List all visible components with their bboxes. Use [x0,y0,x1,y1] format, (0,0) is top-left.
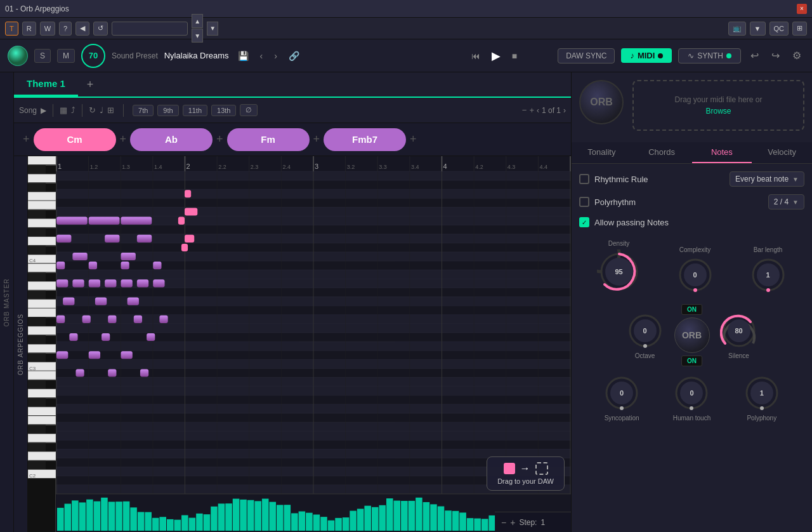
orb-inner-button[interactable]: ORB [674,317,710,353]
polyphony-knob[interactable]: 1 [743,374,781,412]
chord-ab[interactable]: Ab [130,128,213,151]
human-touch-knob[interactable]: 0 [672,374,710,412]
interval-9th-button[interactable]: 9th [157,105,178,116]
svg-point-8 [766,288,770,292]
toolbar-refresh-button[interactable]: ↺ [93,22,108,36]
chord-add-end[interactable]: + [406,133,421,146]
synth-wave-icon: ∿ [688,51,694,60]
rhythmic-rule-dropdown[interactable]: Every beat note ▼ [730,171,804,187]
tab-chords[interactable]: Chords [632,142,692,163]
play-button[interactable]: ▶ [489,48,503,64]
zoom-in-button[interactable]: + [529,105,534,115]
grid-view-button[interactable]: ▦ [60,105,67,115]
bottom-knobs-row: 0 Syncopation 0 Human touch [579,371,804,424]
chord-add-1[interactable]: + [116,133,131,146]
toolbar-qc-extra[interactable]: ⊞ [792,22,807,36]
density-knob[interactable]: 95 [597,249,641,294]
synth-dot [726,53,731,58]
rewind-button[interactable]: ⏮ [469,50,483,62]
page-prev-button[interactable]: ‹ [537,106,539,115]
theme-add-button[interactable]: + [78,72,103,96]
octave-value: 0 [643,327,646,335]
interval-7th-button[interactable]: 7th [133,105,154,116]
step-plus-button[interactable]: + [510,517,515,528]
song-play-button[interactable]: ▶ [41,106,46,115]
preset-prev-button[interactable]: ‹ [258,50,266,62]
drag-icon-container: → [504,462,548,475]
midi-button[interactable]: ♪ ♪ MIDI MIDI [621,48,672,63]
toolbar-dropdown-arrow[interactable]: ▼ [207,22,218,36]
synth-button[interactable]: ∿ ON SYNTH [678,48,741,63]
redo-button[interactable]: ↪ [768,48,783,63]
syncopation-knob[interactable]: 0 [603,374,641,412]
chord-fm[interactable]: Fm [227,128,310,151]
piano-keys [28,156,56,532]
interval-13th-button[interactable]: 13th [211,105,236,116]
toolbar-question-button[interactable]: ? [59,22,72,36]
midi-active-dot [658,53,663,58]
polyrhythm-checkbox[interactable] [579,197,589,207]
chord-add-start[interactable]: + [19,133,34,146]
dropdown-arrow-icon: ▼ [792,176,799,183]
midi-drop-zone[interactable]: Drag your midi file here or Browse [632,80,804,131]
midi-icon: ♪ [630,51,634,60]
toolbar-search-input[interactable] [112,22,188,36]
step-minus-button[interactable]: − [501,517,506,528]
undo-button[interactable]: ↩ [747,48,762,63]
chord-fmb7[interactable]: Fmb7 [324,128,406,151]
roll-container[interactable]: → Drag to your DAW − + Step: 1 [56,156,571,532]
chord-cm[interactable]: Cm [34,128,116,151]
m-button[interactable]: M [57,49,75,63]
tab-tonality[interactable]: Tonality [572,142,632,163]
drag-arrow-icon: → [520,463,530,474]
rhythmic-rule-checkbox[interactable] [579,174,589,184]
toolbar-screen-button[interactable]: 📺 [728,22,746,36]
save-preset-button[interactable]: 💾 [235,50,251,62]
toolbar-settings-dropdown[interactable]: ▼ [750,22,766,36]
complexity-value: 0 [693,271,697,279]
octave-knob[interactable]: 0 [626,312,664,350]
midi-browse-link[interactable]: Browse [705,107,731,116]
drag-source-square [504,463,515,474]
toolbar-down-arrow[interactable]: ▼ [192,29,203,43]
table-button[interactable]: ⊞ [107,105,114,115]
rhythm-button[interactable]: ♩ [100,105,103,115]
silence-knob[interactable]: 80 [720,312,758,350]
sound-preset-value: Nylalaika Dreams [164,51,229,60]
global-settings-button[interactable]: ⚙ [789,48,804,63]
theme-tab-1[interactable]: Theme 1 [14,72,78,96]
page-info: 1 of 1 [542,106,561,115]
page-next-button[interactable]: › [563,106,566,115]
bar-length-knob[interactable]: 1 [749,256,787,294]
link-button[interactable]: 🔗 [286,50,302,62]
rhythmic-rule-row: Rhythmic Rule Every beat note ▼ [579,171,804,187]
chord-add-2[interactable]: + [213,133,227,146]
zoom-out-button[interactable]: − [522,105,527,115]
chord-add-3[interactable]: + [310,133,324,146]
tab-velocity[interactable]: Velocity [752,142,812,163]
interval-11th-button[interactable]: 11th [183,105,207,116]
toolbar-r-button[interactable]: R [22,22,36,36]
octave-knob-outer: 0 Octave [626,312,664,359]
daw-sync-button[interactable]: DAW SYNC [558,48,615,63]
density-value: 95 [615,268,622,276]
stop-button[interactable]: ■ [509,50,520,62]
tab-notes[interactable]: Notes [692,142,752,163]
refresh-button[interactable]: ↻ [89,105,96,115]
close-button[interactable]: × [797,4,807,14]
preset-next-button[interactable]: › [272,50,280,62]
complexity-knob[interactable]: 0 [676,256,714,294]
toolbar-up-arrow[interactable]: ▲ [192,14,203,28]
toolbar-qc-button[interactable]: QC [769,22,789,36]
s-button[interactable]: S [34,49,51,63]
toolbar-w-button[interactable]: W [40,22,55,36]
polyrhythm-dropdown[interactable]: 2 / 4 ▼ [768,194,804,209]
export-button[interactable]: ⤴ [71,105,75,115]
phi-button[interactable]: ∅ [240,104,258,116]
complexity-label: Complexity [679,246,710,253]
toolbar-arrow-button[interactable]: ◀ [75,22,89,36]
toolbar-t-button[interactable]: T [5,22,18,36]
syncopation-knob-container: 0 Syncopation [603,374,641,422]
allow-passing-checkbox[interactable] [579,217,589,227]
svg-point-22 [760,406,764,410]
